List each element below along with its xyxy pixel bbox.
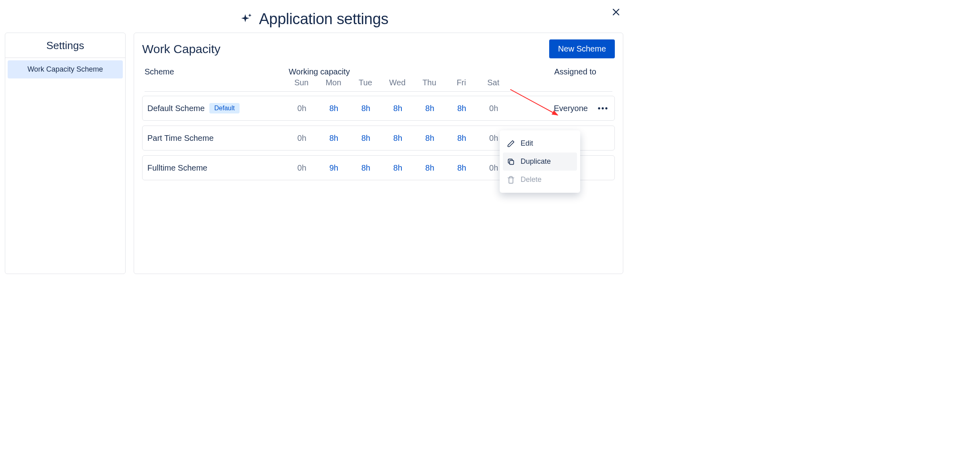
scheme-name: Default Scheme <box>147 104 205 113</box>
scheme-name: Part Time Scheme <box>147 134 214 143</box>
day-header-tue: Tue <box>349 78 381 87</box>
hours-mon: 9h <box>318 163 349 173</box>
more-actions-button[interactable]: ••• <box>598 103 609 114</box>
hours-tue: 8h <box>350 104 382 113</box>
hours-mon: 8h <box>318 134 349 143</box>
hours-sat: 0h <box>478 104 510 113</box>
hours-wed: 8h <box>382 163 414 173</box>
day-header-mon: Mon <box>317 78 349 87</box>
hours-fri: 8h <box>446 163 478 173</box>
header-divider <box>145 91 612 92</box>
hours-thu: 8h <box>414 134 446 143</box>
main-title: Work Capacity <box>142 42 221 56</box>
close-icon <box>612 8 620 16</box>
hours-wed: 8h <box>382 134 414 143</box>
sparkle-icon <box>240 12 253 26</box>
table-header: Scheme Working capacity Sun Mon Tue Wed … <box>142 67 615 91</box>
hours-fri: 8h <box>446 104 478 113</box>
day-header-thu: Thu <box>414 78 445 87</box>
menu-item-edit[interactable]: Edit <box>503 134 577 153</box>
sidebar-header: Settings <box>5 33 125 58</box>
hours-sun: 0h <box>286 163 318 173</box>
close-button[interactable] <box>611 7 621 17</box>
day-header-sun: Sun <box>285 78 317 87</box>
menu-item-label: Duplicate <box>521 157 551 166</box>
new-scheme-button[interactable]: New Scheme <box>549 39 615 58</box>
scheme-row[interactable]: Default Scheme Default 0h 8h 8h 8h 8h 8h… <box>142 96 615 121</box>
day-header-sat: Sat <box>478 78 509 87</box>
svg-rect-0 <box>510 160 514 164</box>
menu-item-label: Delete <box>521 175 542 184</box>
default-badge: Default <box>209 103 240 113</box>
menu-item-duplicate[interactable]: Duplicate <box>503 153 577 171</box>
scheme-name: Fulltime Scheme <box>147 163 207 173</box>
hours-tue: 8h <box>350 163 382 173</box>
col-header-assigned: Assigned to <box>509 67 612 87</box>
menu-item-label: Edit <box>521 139 533 148</box>
hours-thu: 8h <box>414 104 446 113</box>
hours-fri: 8h <box>446 134 478 143</box>
hours-tue: 8h <box>350 134 382 143</box>
main-panel: Work Capacity New Scheme Scheme Working … <box>134 33 623 274</box>
assigned-to: Everyone <box>554 104 588 113</box>
day-header-fri: Fri <box>445 78 477 87</box>
col-header-scheme: Scheme <box>145 67 285 87</box>
hours-wed: 8h <box>382 104 414 113</box>
settings-sidebar: Settings Work Capacity Scheme <box>5 33 126 274</box>
sidebar-item-work-capacity-scheme[interactable]: Work Capacity Scheme <box>8 60 123 78</box>
context-menu: Edit Duplicate Delete <box>500 130 580 193</box>
page-header: Application settings <box>0 0 628 33</box>
pencil-icon <box>507 140 515 148</box>
col-header-capacity: Working capacity <box>285 67 509 78</box>
hours-mon: 8h <box>318 104 349 113</box>
day-header-wed: Wed <box>381 78 413 87</box>
sidebar-item-label: Work Capacity Scheme <box>27 65 103 73</box>
hours-sun: 0h <box>286 104 318 113</box>
hours-sun: 0h <box>286 134 318 143</box>
menu-item-delete: Delete <box>503 171 577 189</box>
trash-icon <box>507 176 515 184</box>
duplicate-icon <box>507 158 515 166</box>
col-header-days: Sun Mon Tue Wed Thu Fri Sat <box>285 78 509 87</box>
hours-thu: 8h <box>414 163 446 173</box>
page-title: Application settings <box>259 10 388 28</box>
